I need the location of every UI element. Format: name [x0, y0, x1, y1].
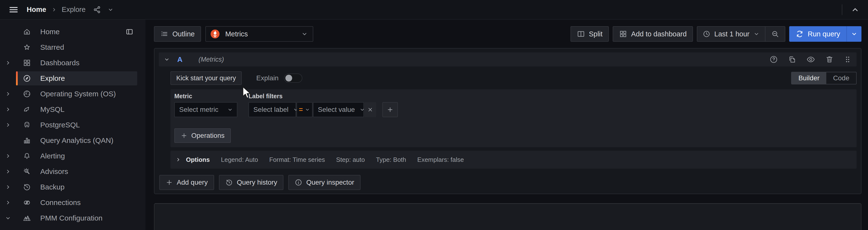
help-circle-icon[interactable] — [769, 55, 778, 64]
builder-mode-tab[interactable]: Builder — [792, 72, 826, 84]
time-range-picker[interactable]: Last 1 hour — [697, 27, 765, 41]
label-filter-row: Select label = — [249, 102, 398, 117]
add-filter-button[interactable] — [382, 102, 398, 117]
sidebar-item-label: Home — [40, 28, 60, 36]
sidebar-item-mysql[interactable]: MySQL — [0, 102, 146, 117]
drag-handle-icon[interactable] — [843, 55, 852, 63]
add-query-button[interactable]: Add query — [159, 175, 214, 190]
chevron-right-icon — [175, 157, 181, 163]
toggle-visibility-eye-icon[interactable] — [806, 55, 815, 64]
explain-label: Explain — [256, 74, 279, 82]
run-query-options-caret[interactable] — [846, 26, 862, 42]
time-range-label: Last 1 hour — [714, 30, 749, 38]
code-mode-tab[interactable]: Code — [826, 72, 856, 84]
sidebar-item-query-analytics[interactable]: Query Analytics (QAN) — [0, 133, 146, 148]
query-row-header[interactable]: A (Metrics) — [159, 52, 857, 66]
bell-icon — [23, 152, 31, 160]
datasource-picker[interactable]: Metrics — [205, 26, 313, 42]
query-ref-id: A — [177, 55, 183, 63]
dock-sidebar-icon[interactable] — [126, 28, 133, 36]
delete-query-trash-icon[interactable] — [825, 55, 834, 64]
query-options-row[interactable]: Options Legend: Auto Format: Time series… — [170, 151, 857, 169]
sidebar-item-label: Explore — [40, 74, 65, 83]
select-label-placeholder: Select label — [253, 106, 288, 114]
collapse-query-chevron-icon[interactable] — [164, 56, 170, 63]
connections-icon — [23, 198, 31, 207]
info-circle-icon — [294, 178, 302, 186]
plus-icon — [181, 132, 187, 139]
sidebar-item-backup[interactable]: Backup — [0, 179, 146, 195]
operator-value: = — [299, 106, 303, 114]
breadcrumb-explore: Explore — [62, 6, 86, 13]
sidebar-item-label: Operating System (OS) — [40, 90, 116, 98]
select-metric-dropdown[interactable]: Select metric — [174, 102, 237, 117]
sidebar-item-label: Dashboards — [40, 59, 80, 67]
remove-filter-button[interactable] — [364, 102, 376, 117]
run-query-button[interactable]: Run query — [789, 26, 846, 42]
sidebar-item-home[interactable]: Home — [0, 24, 146, 39]
duplicate-query-icon[interactable] — [788, 55, 797, 64]
sidebar-item-connections[interactable]: Connections — [0, 195, 146, 210]
chevron-right-icon[interactable] — [0, 168, 16, 175]
sidebar-item-postgresql[interactable]: PostgreSQL — [0, 117, 146, 133]
sidebar-item-explore[interactable]: Explore — [0, 70, 146, 86]
magnifier-minus-icon — [771, 30, 779, 38]
explore-toolbar: Outline Metrics — [154, 26, 862, 42]
chevron-right-icon[interactable] — [0, 184, 16, 190]
plus-icon — [165, 179, 173, 186]
sidebar-item-label: PostgreSQL — [40, 121, 80, 129]
run-query-split-button: Run query — [789, 26, 862, 42]
collapse-chevron-up-icon[interactable] — [851, 6, 859, 14]
home-icon — [23, 28, 31, 36]
code-mode-label: Code — [833, 74, 849, 82]
chevron-down-icon[interactable] — [107, 6, 114, 13]
split-button-label: Split — [589, 30, 602, 38]
gauge-icon — [23, 90, 31, 98]
sidebar-item-dashboards[interactable]: Dashboards — [0, 55, 146, 70]
chevron-right-icon[interactable] — [0, 60, 16, 66]
sidebar-item-label: PMM Configuration — [40, 214, 102, 222]
pmm-mountains-icon — [23, 214, 31, 222]
breadcrumb: Home Explore — [27, 6, 86, 13]
share-icon[interactable] — [93, 6, 101, 14]
kickstart-query-label: Kick start your query — [176, 75, 236, 82]
breadcrumb-home-link[interactable]: Home — [27, 6, 46, 13]
sidebar-item-pmm-configuration[interactable]: PMM Configuration — [0, 210, 146, 226]
outline-button[interactable]: Outline — [154, 26, 201, 42]
split-panels-icon — [577, 30, 585, 38]
run-query-label: Run query — [808, 30, 840, 38]
sidebar-item-advisors[interactable]: Advisors — [0, 164, 146, 179]
chevron-down-icon — [359, 107, 365, 113]
plus-icon — [387, 106, 394, 113]
query-inspector-button[interactable]: Query inspector — [288, 175, 361, 190]
close-icon — [367, 107, 373, 113]
sidebar-item-starred[interactable]: Starred — [0, 39, 146, 55]
sidebar-item-label: Alerting — [40, 152, 65, 160]
sidebar-item-label: Connections — [40, 198, 81, 207]
operations-button[interactable]: Operations — [174, 128, 231, 143]
bar-chart-icon — [23, 136, 31, 145]
add-to-dashboard-button[interactable]: Add to dashboard — [613, 26, 693, 42]
query-inspector-label: Query inspector — [306, 178, 354, 186]
options-title: Options — [186, 156, 210, 164]
split-button[interactable]: Split — [570, 26, 609, 42]
history-clock-icon — [225, 178, 233, 186]
chevron-right-icon[interactable] — [0, 153, 16, 159]
explain-toggle[interactable] — [284, 74, 302, 83]
chevron-right-icon[interactable] — [0, 122, 16, 128]
select-label-dropdown[interactable]: Select label — [249, 102, 296, 117]
select-value-dropdown[interactable]: Select value — [313, 102, 364, 117]
chevron-right-icon[interactable] — [0, 199, 16, 206]
kickstart-query-button[interactable]: Kick start your query — [170, 71, 242, 85]
chevron-down-icon[interactable] — [0, 215, 16, 221]
menu-hamburger-icon[interactable] — [7, 3, 20, 16]
chevron-right-icon[interactable] — [0, 91, 16, 97]
query-history-button[interactable]: Query history — [219, 175, 284, 190]
sidebar-item-operating-system[interactable]: Operating System (OS) — [0, 86, 146, 102]
operator-dropdown[interactable]: = — [297, 102, 313, 117]
options-step: Step: auto — [336, 156, 365, 164]
apps-grid-icon — [619, 30, 627, 38]
zoom-out-time-button[interactable] — [765, 27, 785, 41]
chevron-right-icon[interactable] — [0, 106, 16, 113]
sidebar-item-alerting[interactable]: Alerting — [0, 148, 146, 164]
